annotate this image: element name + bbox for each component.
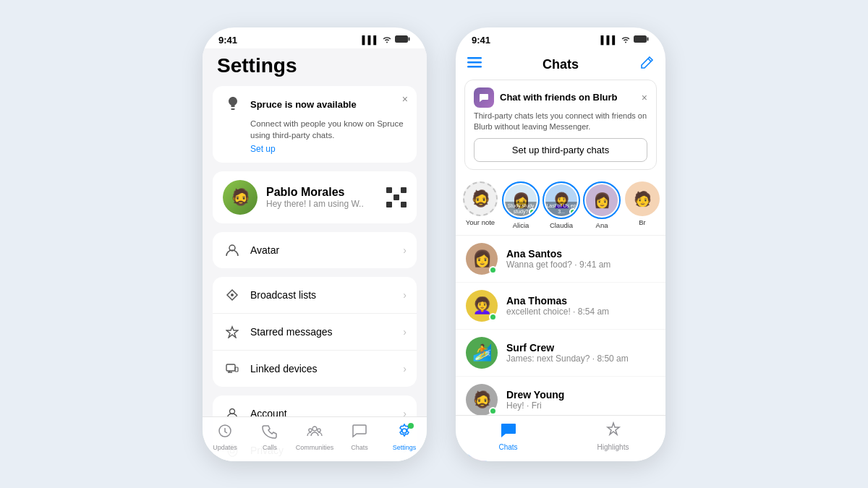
lightbulb-icon [223,95,243,115]
tab-chats-left-label: Chats [351,444,368,451]
chat-avatar-ana-santos: 👩 [466,243,498,275]
chevron-right-icon: › [403,244,407,256]
chat-avatar-drew-young: 🧔 [466,384,498,416]
chat-item-ana-santos[interactable]: 👩 Ana Santos Wanna get food? · 9:41 am [456,236,665,283]
menu-item-starred[interactable]: Starred messages › [213,314,417,351]
menu-item-devices[interactable]: Linked devices › [213,351,417,387]
menu-section-2: Broadcast lists › Starred messages › Lin… [213,277,417,387]
chevron-right-icon-4: › [403,363,407,374]
br-label: Br [639,218,646,226]
broadcast-icon [223,286,242,304]
chat-info-ana-santos: Ana Santos Wanna get food? · 9:41 am [506,248,655,270]
chats-page-title: Chats [482,57,639,72]
tab-chats-right-label: Chats [498,443,517,451]
story-br[interactable]: 🧑 Br [625,181,660,226]
banner-close-icon[interactable]: × [642,92,647,103]
status-time-left: 9:41 [218,35,237,46]
chat-preview-surf-crew: James: next Sunday? · 8:50 am [506,354,655,364]
tab-chats-left[interactable]: Chats [337,423,382,451]
profile-card[interactable]: 🧔 Pablo Morales Hey there! I am using W.… [213,171,417,223]
svg-rect-18 [467,66,482,68]
notif-setup-link[interactable]: Set up [223,144,407,154]
tab-chats-right[interactable]: Chats [456,421,561,451]
profile-name: Pablo Morales [266,186,378,199]
highlights-icon [605,421,622,442]
story-claudia[interactable]: 👩‍🦱 Last of Us ep 3... Claudia [544,181,579,229]
online-dot-ana-santos [489,266,497,274]
svg-rect-1 [409,38,410,41]
notification-card: Spruce is now available × Connect with p… [213,86,417,163]
third-party-banner: Chat with friends on Blurb × Third-party… [464,80,657,171]
chat-preview-ana-santos: Wanna get food? · 9:41 am [506,260,655,270]
tab-settings-label: Settings [393,444,417,451]
calls-tab-icon [262,423,278,442]
battery-icon [395,35,411,45]
signal-icon-right: ▌▌▌ [601,35,618,44]
profile-status: Hey there! I am using W.. [266,199,378,209]
story-ana[interactable]: 👩 Ana [584,181,619,229]
settings-title: Settings [203,48,427,86]
menu-item-broadcast[interactable]: Broadcast lists › [213,277,417,314]
tab-settings[interactable]: Settings [382,423,427,451]
banner-title: Chat with friends on Blurb [500,92,636,103]
compose-icon[interactable] [639,56,654,74]
tab-bar-left: Updates Calls Communities Chats Setti [203,416,427,461]
menu-icon[interactable] [467,57,482,72]
chats-bottom-icon [500,421,517,442]
tab-highlights[interactable]: Highlights [561,421,665,451]
communities-tab-icon [307,423,323,442]
chevron-right-icon-3: › [403,326,407,338]
menu-item-avatar[interactable]: Avatar › [213,232,417,268]
svg-point-12 [318,428,320,431]
chat-info-surf-crew: Surf Crew James: next Sunday? · 8:50 am [506,342,655,364]
chat-name-drew-young: Drew Young [506,389,655,401]
tab-calls-label: Calls [263,444,277,451]
svg-rect-0 [395,35,408,43]
story-your-note[interactable]: 🧔 Your note [463,181,498,226]
settings-dot [408,423,414,429]
devices-label: Linked devices [250,363,403,374]
chat-name-ana-santos: Ana Santos [506,248,655,260]
story-alicia[interactable]: 👩 Study study study? Alicia [503,181,538,229]
chat-preview-drew-young: Hey! · Fri [506,401,655,411]
avatar: 🧔 [223,180,258,215]
tab-communities[interactable]: Communities [292,423,337,451]
notif-close-icon[interactable]: × [402,93,408,105]
svg-rect-5 [226,364,235,371]
chats-header: Chats [456,48,665,80]
qr-icon [386,187,407,207]
tab-highlights-label: Highlights [597,443,629,451]
story-your-note-label: Your note [466,218,495,226]
wifi-icon-right [621,35,631,45]
battery-icon-right [634,35,650,45]
chat-item-surf-crew[interactable]: 🏄 Surf Crew James: next Sunday? · 8:50 a… [456,330,665,377]
chats-tab-icon [352,423,367,442]
claudia-ring: 👩‍🦱 Last of Us ep 3... [542,181,580,219]
tab-communities-label: Communities [296,444,334,451]
status-bar-left: 9:41 ▌▌▌ [203,27,427,48]
chat-name-ana-thomas: Ana Thomas [506,295,655,307]
notif-title: Spruce is now available [250,99,407,110]
banner-description: Third-party chats lets you connect with … [474,111,647,133]
avatar-icon [223,241,242,260]
alicia-ring: 👩 Study study study? [502,181,540,219]
ana-ring: 👩 [583,181,621,219]
chat-item-ana-thomas[interactable]: 👩‍🦱 Ana Thomas excellent choice! · 8:54 … [456,283,665,330]
starred-label: Starred messages [250,326,403,338]
status-icons-left: ▌▌▌ [362,35,411,45]
banner-app-icon [474,87,494,108]
banner-setup-button[interactable]: Set up third-party chats [474,138,647,162]
chat-avatar-ana-thomas: 👩‍🦱 [466,290,498,322]
tab-calls[interactable]: Calls [247,423,292,451]
online-dot-ana-thomas [489,313,497,321]
chats-tab-bar: Chats Highlights [456,415,665,461]
alicia-label: Alicia [513,221,529,229]
menu-section-1: Avatar › [213,232,417,268]
signal-icon: ▌▌▌ [362,35,379,44]
svg-point-11 [309,428,312,431]
chat-preview-ana-thomas: excellent choice! · 8:54 am [506,307,655,317]
svg-marker-4 [226,327,238,338]
your-note-avatar: 🧔 [463,181,498,216]
tab-updates[interactable]: Updates [203,423,247,451]
status-icons-right: ▌▌▌ [601,35,650,45]
